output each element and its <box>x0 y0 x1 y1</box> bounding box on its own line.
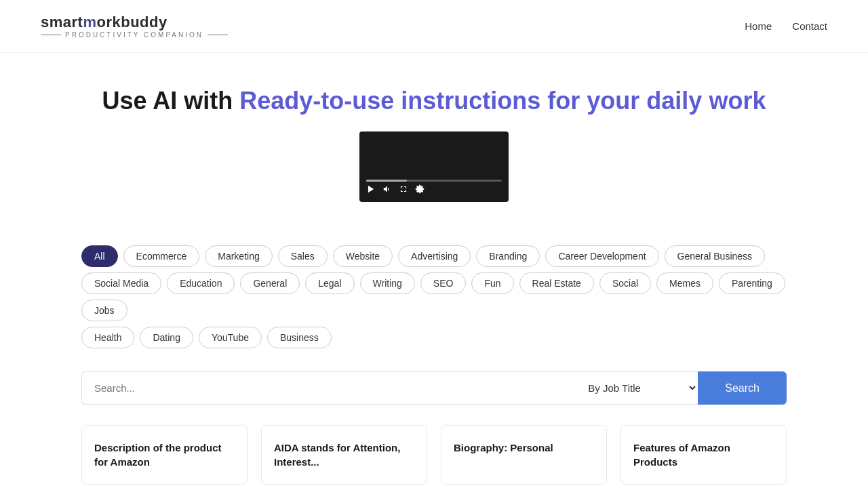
video-player[interactable] <box>359 131 509 202</box>
filter-career-development[interactable]: Career Development <box>545 245 658 267</box>
logo-text: smartmorkbuddy <box>41 14 167 31</box>
video-progress-bar[interactable] <box>366 180 502 182</box>
filter-social-media[interactable]: Social Media <box>81 272 161 294</box>
filter-row-2: Social Media Education General Legal Wri… <box>81 272 787 321</box>
card-1: AIDA stands for Attention, Interest... <box>261 425 427 485</box>
hero-section: Use AI with Ready-to-use instructions fo… <box>0 53 868 239</box>
main-nav: Home Contact <box>745 20 827 32</box>
search-button[interactable]: Search <box>698 371 787 405</box>
card-0: Description of the product for Amazon <box>81 425 248 485</box>
filter-all[interactable]: All <box>81 245 118 267</box>
hero-title-highlight: Ready-to-use instructions for your daily… <box>239 87 766 115</box>
filter-social[interactable]: Social <box>599 272 651 294</box>
cards-section: Description of the product for Amazon AI… <box>41 425 827 485</box>
filter-ecommerce[interactable]: Ecommerce <box>123 245 200 267</box>
filter-marketing[interactable]: Marketing <box>205 245 272 267</box>
filter-legal[interactable]: Legal <box>305 272 354 294</box>
video-container <box>14 131 854 202</box>
nav-contact[interactable]: Contact <box>792 20 827 32</box>
filter-sales[interactable]: Sales <box>278 245 328 267</box>
filter-general-business[interactable]: General Business <box>665 245 766 267</box>
filter-youtube[interactable]: YouTube <box>199 327 262 348</box>
video-progress-fill <box>366 180 407 182</box>
search-input[interactable] <box>81 371 576 405</box>
filter-parenting[interactable]: Parenting <box>719 272 785 294</box>
search-filter-select[interactable]: By Job Title By Category By Keyword <box>576 371 698 405</box>
filter-education[interactable]: Education <box>167 272 235 294</box>
filter-fun[interactable]: Fun <box>471 272 513 294</box>
card-title-1: AIDA stands for Attention, Interest... <box>274 441 414 469</box>
card-title-0: Description of the product for Amazon <box>94 441 235 469</box>
filter-branding[interactable]: Branding <box>476 245 540 267</box>
hero-title-plain: Use AI with <box>102 87 240 115</box>
filter-dating[interactable]: Dating <box>140 327 193 348</box>
filter-memes[interactable]: Memes <box>656 272 713 294</box>
card-2: Biography: Personal <box>441 425 607 485</box>
video-controls <box>359 184 509 197</box>
filter-advertising[interactable]: Advertising <box>398 245 471 267</box>
card-title-3: Features of Amazon Products <box>633 441 774 469</box>
header: smartmorkbuddy PRODUCTIVITY COMPANION Ho… <box>0 0 868 53</box>
volume-icon[interactable] <box>382 184 392 197</box>
svg-marker-0 <box>368 186 374 193</box>
filter-row-3: Health Dating YouTube Business <box>81 327 787 348</box>
nav-home[interactable]: Home <box>745 20 772 32</box>
settings-icon[interactable] <box>415 184 425 197</box>
filter-real-estate[interactable]: Real Estate <box>519 272 594 294</box>
filter-general[interactable]: General <box>240 272 300 294</box>
filter-row-1: All Ecommerce Marketing Sales Website Ad… <box>81 245 787 267</box>
play-icon[interactable] <box>366 184 376 197</box>
logo: smartmorkbuddy PRODUCTIVITY COMPANION <box>41 14 228 39</box>
filter-jobs[interactable]: Jobs <box>81 300 127 321</box>
logo-subtitle: PRODUCTIVITY COMPANION <box>41 31 228 39</box>
card-3: Features of Amazon Products <box>620 425 787 485</box>
fullscreen-icon[interactable] <box>399 184 408 197</box>
search-section: By Job Title By Category By Keyword Sear… <box>41 371 827 405</box>
filter-seo[interactable]: SEO <box>420 272 467 294</box>
filter-health[interactable]: Health <box>81 327 134 348</box>
hero-title: Use AI with Ready-to-use instructions fo… <box>14 87 854 115</box>
card-title-2: Biography: Personal <box>454 441 594 455</box>
filter-writing[interactable]: Writing <box>360 272 415 294</box>
filter-website[interactable]: Website <box>333 245 393 267</box>
filters-section: All Ecommerce Marketing Sales Website Ad… <box>41 239 827 361</box>
filter-business[interactable]: Business <box>267 327 332 348</box>
